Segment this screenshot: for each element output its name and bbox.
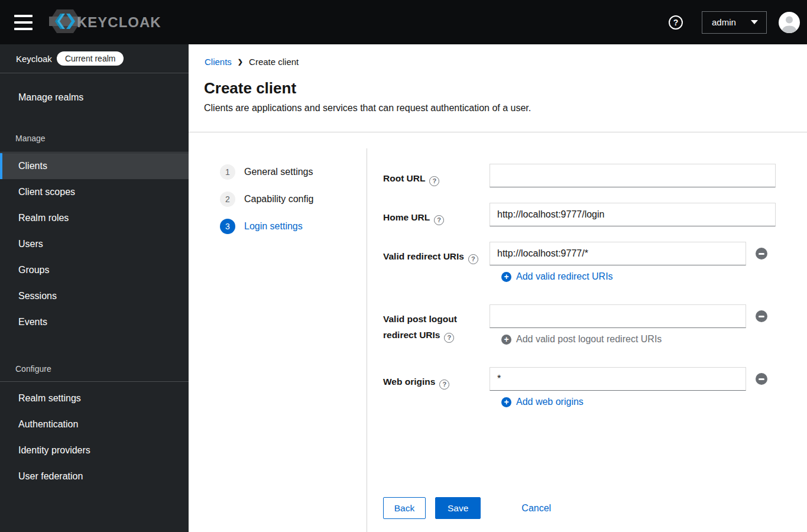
sidebar-divider — [0, 152, 189, 153]
sidebar-item-authentication[interactable]: Authentication — [0, 411, 189, 437]
sidebar: Keycloak Current realm Manage realms Man… — [0, 44, 189, 532]
help-icon[interactable]: ? — [439, 379, 449, 390]
sidebar-divider — [0, 381, 189, 382]
sidebar-item-events[interactable]: Events — [0, 309, 189, 335]
user-menu-label: admin — [712, 17, 736, 27]
valid-redirect-uris-label: Valid redirect URIs — [383, 251, 464, 261]
main-content: Clients ❯ Create client Create client Cl… — [189, 44, 807, 532]
wizard-steps: 1 General settings 2 Capability config 3… — [220, 164, 313, 246]
sidebar-item-realm-roles[interactable]: Realm roles — [0, 205, 189, 231]
save-button[interactable]: Save — [435, 497, 481, 519]
form-row-home-url: Home URL? — [383, 203, 791, 226]
breadcrumb-clients-link[interactable]: Clients — [205, 57, 232, 67]
cancel-button[interactable]: Cancel — [521, 497, 551, 519]
step-label: Capability config — [244, 194, 313, 205]
help-icon[interactable]: ? — [444, 333, 454, 343]
wizard-step-capability-config[interactable]: 2 Capability config — [220, 192, 313, 207]
user-menu-dropdown[interactable]: admin — [702, 11, 767, 34]
help-icon[interactable]: ? — [429, 176, 439, 186]
page-subtitle: Clients are applications and services th… — [204, 103, 531, 113]
wizard-step-general-settings[interactable]: 1 General settings — [220, 164, 313, 180]
home-url-input[interactable] — [490, 203, 776, 226]
brand-text: KEYCLOAK — [77, 14, 161, 31]
root-url-input[interactable] — [490, 164, 776, 187]
sidebar-item-realm-settings[interactable]: Realm settings — [0, 385, 189, 411]
remove-post-logout-uri-icon[interactable] — [756, 310, 767, 322]
step-label: General settings — [244, 167, 313, 177]
realm-selector[interactable]: Keycloak Current realm — [0, 44, 189, 73]
realm-name: Keycloak — [16, 54, 52, 64]
breadcrumb-current: Create client — [249, 57, 299, 67]
breadcrumb: Clients ❯ Create client — [205, 57, 299, 67]
form-row-web-origins: Web origins? + Add web origins — [383, 367, 791, 408]
header-divider — [189, 132, 807, 132]
wizard-footer: Back Save Cancel — [383, 497, 551, 519]
form-row-root-url: Root URL? — [383, 164, 791, 187]
add-valid-post-logout-redirect-uris-button[interactable]: + Add valid post logout redirect URIs — [501, 333, 662, 345]
valid-post-logout-redirect-uri-input[interactable] — [490, 304, 746, 328]
avatar[interactable] — [779, 12, 800, 33]
plus-circle-icon: + — [501, 397, 511, 407]
wizard-nav-divider — [367, 148, 367, 532]
sidebar-item-identity-providers[interactable]: Identity providers — [0, 437, 189, 463]
web-origins-label: Web origins — [383, 377, 435, 387]
help-icon[interactable]: ? — [434, 215, 444, 225]
step-number-badge: 1 — [220, 164, 235, 180]
keycloak-logo[interactable]: KEYCLOAK — [48, 8, 161, 37]
form-row-valid-post-logout-redirect-uris: Valid post logout redirect URIs? + Add v… — [383, 304, 791, 345]
root-url-label: Root URL — [383, 173, 425, 183]
chevron-down-icon — [751, 20, 758, 24]
step-label: Login settings — [244, 221, 303, 232]
help-icon[interactable]: ? — [468, 254, 478, 264]
page-title: Create client — [204, 79, 296, 98]
sidebar-section-manage: Manage — [0, 134, 189, 143]
sidebar-item-users[interactable]: Users — [0, 231, 189, 257]
step-number-badge: 2 — [220, 192, 235, 207]
chevron-right-icon: ❯ — [238, 58, 243, 66]
home-url-label: Home URL — [383, 212, 430, 222]
login-settings-form: Root URL? Home URL? Valid redirect URI — [383, 164, 791, 408]
back-button[interactable]: Back — [383, 497, 426, 519]
add-valid-redirect-uris-button[interactable]: + Add valid redirect URIs — [501, 271, 613, 283]
sidebar-item-sessions[interactable]: Sessions — [0, 283, 189, 309]
sidebar-item-clients[interactable]: Clients — [0, 153, 189, 179]
help-icon[interactable]: ? — [669, 15, 683, 30]
plus-circle-icon: + — [501, 272, 511, 282]
step-number-badge: 3 — [220, 219, 235, 234]
add-web-origins-button[interactable]: + Add web origins — [501, 396, 584, 408]
valid-redirect-uri-input[interactable] — [490, 242, 746, 265]
remove-web-origin-icon[interactable] — [756, 373, 767, 385]
current-realm-badge: Current realm — [57, 51, 124, 66]
nav-toggle-hamburger-icon[interactable] — [14, 15, 33, 30]
sidebar-item-groups[interactable]: Groups — [0, 257, 189, 283]
sidebar-item-client-scopes[interactable]: Client scopes — [0, 179, 189, 205]
masthead: KEYCLOAK ? admin — [0, 0, 807, 44]
sidebar-item-manage-realms[interactable]: Manage realms — [0, 87, 189, 108]
remove-redirect-uri-icon[interactable] — [756, 248, 767, 259]
plus-circle-icon: + — [501, 335, 511, 345]
sidebar-section-configure: Configure — [0, 364, 189, 374]
wizard-step-login-settings[interactable]: 3 Login settings — [220, 219, 313, 234]
form-row-valid-redirect-uris: Valid redirect URIs? + Add valid redirec… — [383, 242, 791, 283]
web-origin-input[interactable] — [490, 367, 746, 391]
sidebar-item-user-federation[interactable]: User federation — [0, 463, 189, 489]
